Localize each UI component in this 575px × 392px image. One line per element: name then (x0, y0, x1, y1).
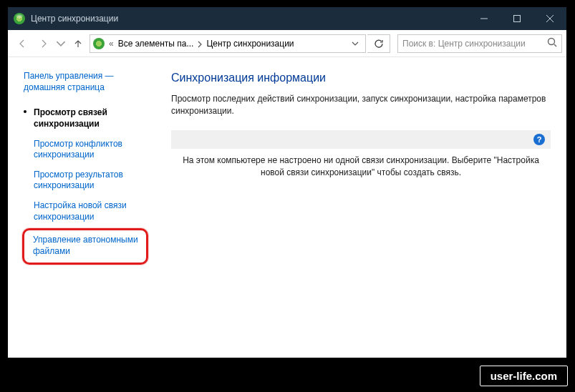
sidebar-nav: Просмотр связей синхронизации Просмотр к… (24, 103, 147, 265)
sidebar-item-offline-files[interactable]: Управление автономными файлами (22, 228, 148, 265)
page-description: Просмотр последних действий синхронизаци… (171, 93, 551, 117)
empty-state-text: На этом компьютере не настроено ни одной… (171, 155, 551, 180)
svg-point-1 (549, 39, 555, 45)
title-bar[interactable]: Центр синхронизации (8, 7, 566, 30)
sidebar-item-label: Просмотр конфликтов синхронизации (34, 139, 122, 160)
content-pane: Синхронизация информации Просмотр послед… (151, 57, 566, 358)
search-input[interactable]: Поиск в: Центр синхронизации (397, 34, 562, 53)
address-bar[interactable]: « Все элементы па... Центр синхронизации (90, 34, 366, 53)
breadcrumb-seg-2[interactable]: Центр синхронизации (206, 39, 294, 49)
refresh-button[interactable] (367, 34, 390, 53)
minimize-button[interactable] (468, 7, 501, 30)
sync-center-icon (14, 13, 25, 24)
address-dropdown-button[interactable] (348, 40, 362, 47)
window-title: Центр синхронизации (31, 14, 118, 24)
sidebar-item-label: Настройка новой связи синхронизации (34, 200, 127, 222)
sidebar: Панель управления — домашняя страница Пр… (8, 57, 151, 358)
sidebar-item-sync-conflicts[interactable]: Просмотр конфликтов синхронизации (24, 134, 147, 165)
recent-locations-button[interactable] (55, 34, 67, 54)
sidebar-item-label: Управление автономными файлами (33, 235, 138, 256)
sidebar-item-label: Просмотр связей синхронизации (34, 107, 107, 129)
chevron-right-icon[interactable] (196, 40, 203, 47)
breadcrumb-prefix: « (107, 39, 115, 49)
sidebar-item-sync-setup[interactable]: Настройка новой связи синхронизации (24, 196, 147, 227)
sync-center-window: Центр синхронизации « Все элементы па... (8, 7, 566, 358)
watermark: user-life.com (480, 366, 568, 386)
close-button[interactable] (533, 7, 566, 30)
breadcrumb-seg-1[interactable]: Все элементы па... (118, 39, 194, 49)
maximize-button[interactable] (501, 7, 533, 30)
search-icon (547, 37, 557, 49)
up-button[interactable] (68, 34, 88, 54)
svg-rect-0 (514, 16, 521, 22)
info-bar: ? (171, 130, 551, 149)
navigation-bar: « Все элементы па... Центр синхронизации… (8, 30, 566, 57)
help-icon[interactable]: ? (533, 134, 545, 145)
forward-button[interactable] (34, 34, 54, 54)
back-button[interactable] (12, 34, 32, 54)
location-icon (93, 38, 105, 49)
sidebar-item-sync-results[interactable]: Просмотр результатов синхронизации (24, 165, 147, 196)
page-heading: Синхронизация информации (171, 72, 551, 84)
sidebar-item-label: Просмотр результатов синхронизации (34, 170, 123, 191)
search-placeholder: Поиск в: Центр синхронизации (402, 39, 526, 49)
control-panel-home-link[interactable]: Панель управления — домашняя страница (24, 70, 147, 93)
sidebar-item-sync-partnerships[interactable]: Просмотр связей синхронизации (24, 103, 147, 134)
